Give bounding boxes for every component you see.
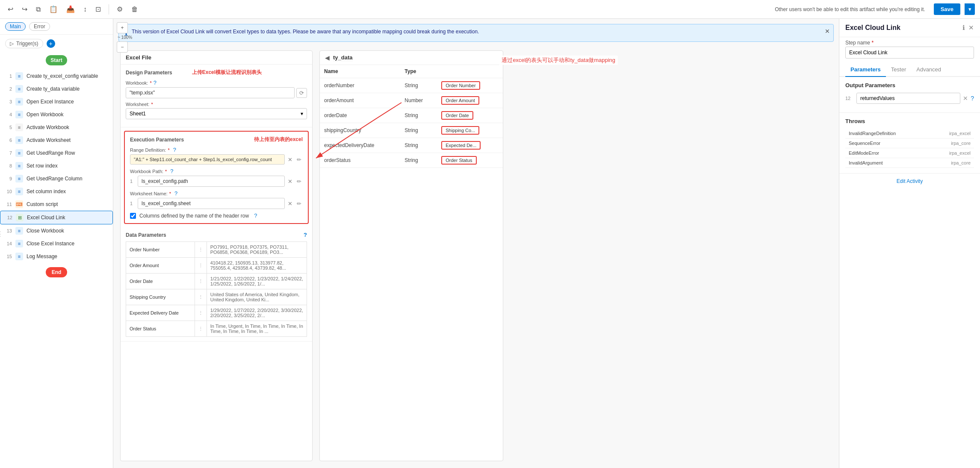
workbook-path-input[interactable]: ls_excel_config.path [138, 176, 285, 187]
ty-data-panel: ◀ ty_data Name Type [319, 50, 503, 461]
fit-btn[interactable]: ⊡ [93, 3, 103, 15]
range-edit-btn[interactable]: ✏ [295, 156, 303, 163]
sidebar-item-7[interactable]: 7 ≡ Get UsedRange Row [0, 147, 113, 159]
step-name-label: Step name * [839, 37, 980, 47]
sidebar-item-4[interactable]: 4 ≡ Open Workbook [0, 108, 113, 121]
step-name-input[interactable] [845, 47, 974, 59]
ty-data-back-btn[interactable]: ◀ [325, 54, 330, 61]
worksheet-name-edit-btn[interactable]: ✏ [295, 200, 303, 207]
add-trigger-button[interactable]: + [47, 39, 55, 48]
trigger-button[interactable]: ▷ Trigger(s) [5, 39, 43, 48]
edit-activity-link[interactable]: Edit Activity [897, 178, 923, 184]
main-tab[interactable]: Main [5, 22, 26, 31]
workbook-upload-btn[interactable]: ⟳ [296, 88, 307, 98]
redo-btn[interactable]: ↪ [19, 3, 30, 15]
worksheet-name-input[interactable]: ls_excel_config.sheet [138, 198, 285, 209]
tab-advanced[interactable]: Advanced [911, 63, 946, 77]
data-params-help-icon[interactable]: ? [304, 232, 307, 238]
worksheet-select[interactable]: Sheet1 ▾ [126, 108, 307, 119]
data-menu-1[interactable]: ⋮ [195, 258, 207, 274]
import-btn[interactable]: 📥 [64, 3, 77, 15]
range-clear-btn[interactable]: ✕ [286, 156, 294, 163]
table-row: Shipping Country ⋮ United States of Amer… [126, 289, 307, 305]
sidebar-item-5[interactable]: 5 ≡ Activate Workbook [0, 121, 113, 134]
mapping-btn-4[interactable]: Expected De... [441, 141, 481, 150]
ty-name-5: orderStatus [320, 153, 400, 168]
ty-col-name: Name [320, 65, 400, 78]
ty-data-container: 通过excel的表头可以手动和ty_data做mapping ◀ ty_data [316, 47, 507, 465]
save-dropdown-button[interactable]: ▾ [965, 3, 975, 15]
zoom-in-btn[interactable]: + [117, 22, 128, 33]
main-layout: Main Error ▷ Trigger(s) + Start 1 ≡ Crea… [0, 19, 980, 468]
workbook-path-num: 1 [130, 179, 136, 184]
canvas-area: + ~ 100% − ℹ This version of Excel Cloud… [113, 19, 839, 468]
throw-source-1: irpa_core [930, 138, 974, 148]
sidebar-item-13[interactable]: 13 ≡ Close Workbook [0, 224, 113, 237]
ty-name-3: shippingCountry [320, 123, 400, 138]
range-help-icon[interactable]: ? [173, 147, 176, 153]
worksheet-name-value: ls_excel_config.sheet [142, 200, 191, 206]
worksheet-name-clear-btn[interactable]: ✕ [286, 200, 294, 207]
start-node: Start [46, 55, 67, 65]
data-menu-5[interactable]: ⋮ [195, 321, 207, 337]
range-def-input[interactable]: "A1:" + Step11.col_count_char + Step1.ls… [130, 154, 285, 165]
sidebar-item-2[interactable]: 2 ≡ Create ty_data variable [0, 82, 113, 95]
columns-checkbox[interactable] [130, 213, 136, 219]
sidebar-item-1[interactable]: 1 ≡ Create ty_excel_config variable [0, 70, 113, 82]
columns-help-icon[interactable]: ? [254, 212, 257, 219]
save-button[interactable]: Save [934, 3, 960, 15]
data-field-1: Order Amount [126, 258, 195, 274]
info-circle-icon[interactable]: ℹ [962, 24, 965, 32]
data-values-0: PO7991, PO7918, PO7375, PO7311, PO6858, … [207, 242, 307, 258]
table-row: Order Amount ⋮ 410418.22, 150935.13, 313… [126, 258, 307, 274]
delete-btn[interactable]: 🗑 [129, 4, 141, 15]
sidebar-item-15[interactable]: 15 ≡ Log Message [0, 250, 113, 263]
info-banner-close-btn[interactable]: ✕ [825, 28, 830, 35]
undo-btn[interactable]: ↩ [5, 3, 16, 15]
workbook-path-edit-btn[interactable]: ✏ [295, 178, 303, 185]
zoom-out-btn[interactable]: − [117, 41, 128, 53]
workbook-input-row: "temp.xlsx" ⟳ [126, 87, 307, 98]
table-row: Order Date ⋮ 1/21/2022, 1/22/2022, 1/23/… [126, 274, 307, 289]
workbook-help-icon[interactable]: ? [153, 79, 156, 86]
ty-type-3: String [400, 123, 437, 138]
data-menu-4[interactable]: ⋮ [195, 305, 207, 321]
close-panel-icon[interactable]: ✕ [968, 24, 974, 32]
ty-data-table: Name Type orderNumber String Order Numbe… [320, 65, 503, 168]
tab-tester[interactable]: Tester [886, 63, 911, 77]
workbook-path-help-icon[interactable]: ? [170, 168, 173, 174]
sidebar-item-9[interactable]: 9 ≡ Get UsedRange Column [0, 172, 113, 185]
execution-params-section: Execution Parameters 待上传至内表的excel Range … [124, 131, 309, 224]
worksheet-name-input-row: 1 ls_excel_config.sheet ✕ ✏ [130, 198, 303, 209]
tab-parameters[interactable]: Parameters [845, 63, 886, 77]
copy-btn[interactable]: ⧉ [33, 4, 43, 15]
mapping-btn-2[interactable]: Order Date [441, 111, 473, 120]
paste-btn[interactable]: 📋 [47, 3, 60, 15]
mapping-btn-1[interactable]: Order Amount [441, 96, 479, 105]
ty-type-0: String [400, 78, 437, 93]
output-clear-btn[interactable]: ✕ [963, 95, 968, 102]
sidebar-item-14[interactable]: 14 ≡ Close Excel Instance [0, 237, 113, 250]
output-help-btn[interactable]: ? [971, 95, 974, 102]
output-param-input[interactable] [856, 93, 960, 104]
sidebar-item-3[interactable]: 3 ≡ Open Excel Instance [0, 95, 113, 108]
error-tab[interactable]: Error [29, 22, 50, 31]
sidebar-item-12[interactable]: 12 ⊞ Excel Cloud Link [0, 211, 113, 224]
data-menu-2[interactable]: ⋮ [195, 274, 207, 289]
sidebar-item-6[interactable]: 6 ≡ Activate Worksheet [0, 134, 113, 147]
sidebar-item-11[interactable]: 11 ⌨ Custom script [0, 198, 113, 211]
export-btn[interactable]: ↕ [81, 4, 89, 15]
mapping-btn-5[interactable]: Order Status [441, 156, 476, 165]
workbook-input[interactable]: "temp.xlsx" [126, 87, 295, 98]
workbook-path-clear-btn[interactable]: ✕ [286, 178, 294, 185]
worksheet-name-help-icon[interactable]: ? [174, 190, 177, 197]
sidebar-item-8[interactable]: 8 ≡ Set row index [0, 159, 113, 172]
mapping-btn-0[interactable]: Order Number [441, 81, 480, 90]
mapping-btn-3[interactable]: Shipping Co... [441, 126, 479, 135]
data-menu-0[interactable]: ⋮ [195, 242, 207, 258]
data-menu-3[interactable]: ⋮ [195, 289, 207, 305]
output-params-section: Output Parameters 12 ✕ ? [839, 77, 980, 113]
sidebar-item-10[interactable]: 10 ≡ Set column index [0, 185, 113, 198]
table-row: orderStatus String Order Status [320, 153, 503, 168]
settings-btn[interactable]: ⚙ [114, 3, 125, 15]
